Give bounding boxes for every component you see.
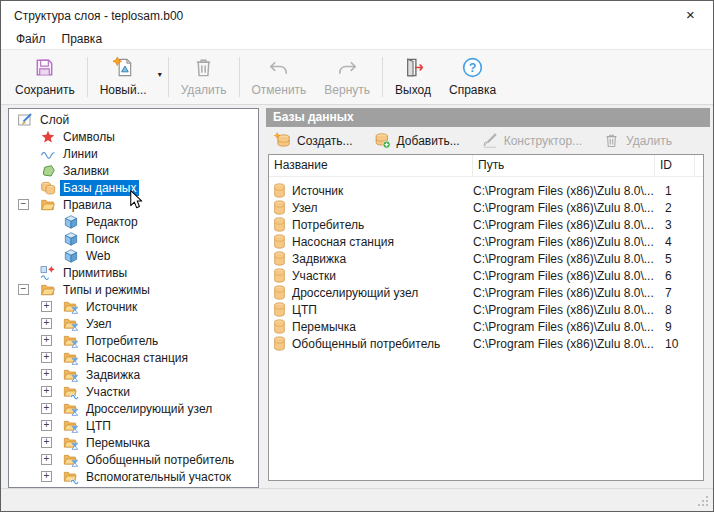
databases-table: НазваниеПутьID Источник C:\Program Files… <box>268 154 704 481</box>
folder-filter-icon <box>63 367 79 383</box>
tree-item[interactable]: Web <box>9 247 258 264</box>
expander-icon[interactable]: + <box>41 335 52 346</box>
fills-icon <box>40 163 56 179</box>
svg-text:?: ? <box>469 61 477 75</box>
tree-item[interactable]: Поиск <box>9 230 258 247</box>
primitives-icon <box>40 265 56 281</box>
undo-button[interactable]: Отменить <box>243 50 316 104</box>
column-header[interactable]: Путь <box>473 155 655 176</box>
expander-icon[interactable]: + <box>41 352 52 363</box>
row-id: 4 <box>655 235 695 249</box>
title-bar: Структура слоя - teplosam.b00 × <box>1 1 713 30</box>
database-add-icon <box>374 132 391 149</box>
table-row[interactable]: Обобщенный потребитель C:\Program Files … <box>269 335 703 352</box>
folder-filter-icon <box>63 333 79 349</box>
menu-file[interactable]: Файл <box>8 30 54 49</box>
dropdown-arrow-icon[interactable]: ▾ <box>158 70 162 79</box>
database-icon <box>273 217 286 232</box>
table-row[interactable]: Дросселирующий узел C:\Program Files (x8… <box>269 284 703 301</box>
delete-button[interactable]: Удалить <box>172 50 236 104</box>
expander-icon[interactable]: + <box>41 318 52 329</box>
expander-icon[interactable]: + <box>41 403 52 414</box>
tree-item[interactable]: − Правила <box>9 196 258 213</box>
tree-item[interactable]: + Дросселирующий узел <box>9 400 258 417</box>
undo-icon <box>267 56 290 79</box>
tree-item[interactable]: + ЦТП <box>9 417 258 434</box>
expander-icon[interactable]: + <box>41 454 52 465</box>
row-name: Перемычка <box>292 320 356 334</box>
menu-bar: ФайлПравка <box>1 30 713 49</box>
databases-icon <box>40 180 56 196</box>
column-header[interactable]: ID <box>655 155 695 176</box>
table-row[interactable]: Насосная станция C:\Program Files (x86)\… <box>269 233 703 250</box>
table-row[interactable]: ЦТП C:\Program Files (x86)\Zulu 8.0\... … <box>269 301 703 318</box>
tree-item[interactable]: Базы данных <box>9 179 258 196</box>
expander-icon[interactable]: + <box>41 420 52 431</box>
column-header[interactable]: Название <box>269 155 473 176</box>
database-icon <box>273 336 286 351</box>
folder-wave-icon <box>63 384 79 400</box>
tree-item[interactable]: + Насосная станция <box>9 349 258 366</box>
expander-icon[interactable]: + <box>41 301 52 312</box>
help-button[interactable]: ? Справка <box>440 50 505 104</box>
tree-item[interactable]: + Участки <box>9 383 258 400</box>
row-path: C:\Program Files (x86)\Zulu 8.0\... <box>473 269 655 283</box>
tree-item[interactable]: + Обобщенный потребитель <box>9 451 258 468</box>
database-icon <box>273 285 286 300</box>
redo-icon <box>336 56 359 79</box>
tree-item[interactable]: Редактор <box>9 213 258 230</box>
db-delete-button[interactable]: Удалить <box>596 129 679 152</box>
row-path: C:\Program Files (x86)\Zulu 8.0\... <box>473 337 655 351</box>
expander-icon[interactable]: − <box>18 199 29 210</box>
tree-item[interactable]: Заливки <box>9 162 258 179</box>
close-button[interactable]: × <box>668 1 713 30</box>
table-row[interactable]: Перемычка C:\Program Files (x86)\Zulu 8.… <box>269 318 703 335</box>
tree-item[interactable]: Слой <box>9 111 258 128</box>
trash-icon <box>192 56 215 79</box>
row-path: C:\Program Files (x86)\Zulu 8.0\... <box>473 303 655 317</box>
expander-icon[interactable]: + <box>41 437 52 448</box>
layer-icon <box>17 112 33 128</box>
symbols-star-icon <box>40 129 56 145</box>
row-name: Источник <box>292 184 343 198</box>
toolbar-separator <box>168 57 169 97</box>
db-create-button[interactable]: Создать... <box>267 129 360 152</box>
expander-icon[interactable]: + <box>41 369 52 380</box>
save-icon <box>33 56 56 79</box>
tree-item[interactable]: + Задвижка <box>9 366 258 383</box>
tree-item[interactable]: + Источник <box>9 298 258 315</box>
tree-item[interactable]: Символы <box>9 128 258 145</box>
tree-item[interactable]: + Потребитель <box>9 332 258 349</box>
db-add-button[interactable]: Добавить... <box>367 129 467 152</box>
database-icon <box>273 268 286 283</box>
tree-item[interactable]: + Узел <box>9 315 258 332</box>
table-body: Источник C:\Program Files (x86)\Zulu 8.0… <box>269 177 703 352</box>
tree-item[interactable]: Примитивы <box>9 264 258 281</box>
table-row[interactable]: Источник C:\Program Files (x86)\Zulu 8.0… <box>269 182 703 199</box>
folder-filter-icon <box>63 435 79 451</box>
table-row[interactable]: Потребитель C:\Program Files (x86)\Zulu … <box>269 216 703 233</box>
row-path: C:\Program Files (x86)\Zulu 8.0\... <box>473 235 655 249</box>
db-constructor-button[interactable]: Конструктор... <box>474 129 589 152</box>
menu-edit[interactable]: Правка <box>54 30 111 49</box>
table-row[interactable]: Узел C:\Program Files (x86)\Zulu 8.0\...… <box>269 199 703 216</box>
tree-item[interactable]: − Типы и режимы <box>9 281 258 298</box>
dialog-window: Структура слоя - teplosam.b00 × ФайлПрав… <box>0 0 714 512</box>
exit-button[interactable]: Выход <box>386 50 440 104</box>
row-path: C:\Program Files (x86)\Zulu 8.0\... <box>473 184 655 198</box>
redo-button[interactable]: Вернуть <box>315 50 379 104</box>
resize-grip-icon[interactable] <box>697 495 710 508</box>
expander-icon[interactable]: − <box>18 284 29 295</box>
table-row[interactable]: Задвижка C:\Program Files (x86)\Zulu 8.0… <box>269 250 703 267</box>
new-button[interactable]: Новый... ▾ <box>91 50 165 104</box>
expander-icon[interactable]: + <box>41 471 52 482</box>
table-row[interactable]: Участки C:\Program Files (x86)\Zulu 8.0\… <box>269 267 703 284</box>
tree-item[interactable]: + Вспомогательный участок <box>9 468 258 485</box>
expander-icon[interactable]: + <box>41 386 52 397</box>
save-button[interactable]: Сохранить <box>6 50 84 104</box>
tree-item[interactable]: + Перемычка <box>9 434 258 451</box>
tree-item[interactable]: Линии <box>9 145 258 162</box>
cube-icon <box>63 231 79 247</box>
row-id: 5 <box>655 252 695 266</box>
cube-icon <box>63 214 79 230</box>
